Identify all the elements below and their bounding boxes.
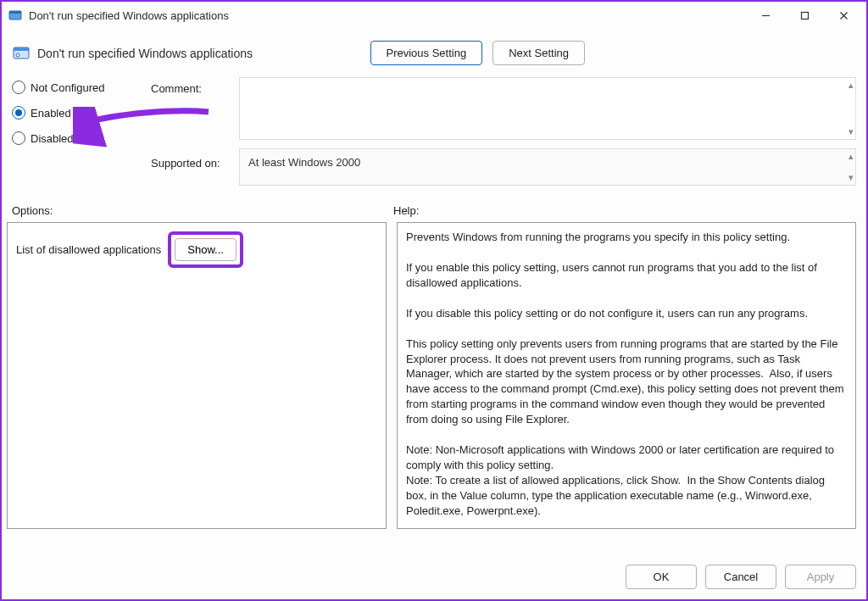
radio-label: Enabled	[31, 107, 71, 120]
window-controls	[746, 3, 863, 28]
help-label: Help:	[393, 204, 419, 217]
ok-button[interactable]: OK	[626, 565, 697, 589]
comment-label: Comment:	[151, 77, 236, 95]
dialog-footer: OK Cancel Apply	[2, 554, 866, 599]
svg-rect-1	[9, 11, 21, 14]
supported-label: Supported on:	[151, 148, 236, 170]
close-button[interactable]	[824, 3, 863, 28]
radio-icon	[12, 106, 25, 120]
radio-icon	[12, 81, 25, 94]
options-label: Options:	[12, 204, 393, 217]
radio-label: Disabled	[31, 132, 74, 145]
radio-not-configured[interactable]: Not Configured	[12, 81, 147, 94]
gpo-dialog: Don't run specified Windows applications…	[0, 0, 868, 601]
maximize-button[interactable]	[785, 3, 824, 28]
help-text: Prevents Windows from running the progra…	[406, 230, 847, 519]
panels: List of disallowed applications Show... …	[2, 222, 866, 554]
state-section: Not Configured Enabled Disabled Comment:…	[2, 72, 866, 194]
svg-rect-3	[801, 12, 808, 19]
radio-enabled[interactable]: Enabled	[12, 106, 147, 120]
show-button[interactable]: Show...	[175, 238, 236, 261]
app-icon	[8, 8, 22, 22]
svg-rect-7	[14, 47, 29, 51]
window-title: Don't run specified Windows applications	[29, 9, 746, 22]
svg-point-8	[16, 53, 19, 57]
help-panel: Prevents Windows from running the progra…	[397, 222, 856, 529]
radio-label: Not Configured	[31, 81, 104, 94]
titlebar: Don't run specified Windows applications	[2, 2, 866, 29]
minimize-button[interactable]	[746, 3, 785, 28]
comment-textarea[interactable]: ▴ ▾	[239, 77, 856, 140]
apply-button[interactable]: Apply	[785, 565, 856, 589]
radio-icon	[12, 131, 25, 145]
scroll-up-icon[interactable]: ▴	[849, 80, 854, 91]
radio-disabled[interactable]: Disabled	[12, 131, 147, 145]
panel-labels: Options: Help:	[2, 194, 866, 222]
cancel-button[interactable]: Cancel	[705, 565, 776, 589]
scroll-up-icon[interactable]: ▴	[849, 151, 854, 162]
supported-on-box: At least Windows 2000 ▴ ▾	[239, 148, 856, 186]
next-setting-button[interactable]: Next Setting	[492, 41, 585, 65]
policy-title: Don't run specified Windows applications	[37, 47, 370, 60]
annotation-highlight: Show...	[168, 231, 243, 268]
disallowed-list-label: List of disallowed applications	[16, 243, 161, 256]
options-panel: List of disallowed applications Show...	[7, 222, 387, 529]
previous-setting-button[interactable]: Previous Setting	[370, 41, 483, 65]
policy-icon	[12, 44, 31, 63]
scroll-down-icon[interactable]: ▾	[849, 172, 854, 183]
scroll-down-icon[interactable]: ▾	[849, 126, 854, 137]
header: Don't run specified Windows applications…	[2, 29, 866, 72]
supported-on-value: At least Windows 2000	[248, 156, 360, 169]
